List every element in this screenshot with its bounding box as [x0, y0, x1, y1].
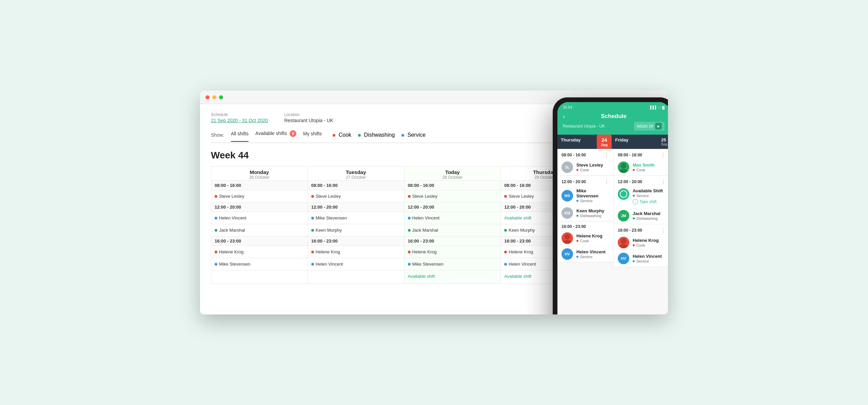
phone-scroll[interactable]: 08:00 - 16:00 ⋮ SL Steve Lesley [557, 149, 668, 314]
time-0800: 08:00 - 16:00 [211, 181, 308, 190]
take-shift-button[interactable]: ↓ Take shift [633, 199, 657, 205]
dot-icon [215, 263, 217, 266]
today-num: 24 [601, 137, 607, 143]
more-icon[interactable]: ⋮ [660, 152, 666, 158]
more-icon[interactable]: ⋮ [604, 178, 609, 185]
schedule-meta: Schedule 21 Sep 2020 - 31 Oct 2020 Locat… [211, 112, 333, 123]
back-button[interactable]: ‹ [563, 113, 565, 120]
dot-icon [408, 217, 411, 219]
table-row: Helene Krog [308, 246, 404, 258]
table-row: Available shift [404, 270, 501, 284]
time-header: 08:00 - 16:00 ⋮ [557, 149, 613, 159]
dot-icon [311, 195, 314, 198]
filter-available-shifts[interactable]: Available shifts 9 [255, 130, 296, 140]
dot-icon [504, 229, 507, 232]
role-dot [576, 200, 578, 202]
take-shift-icon: ↓ [633, 199, 638, 205]
time-header: 08:00 - 16:00 ⋮ [614, 149, 668, 159]
dot-icon [504, 263, 507, 266]
schedule-dates[interactable]: 21 Sep 2020 - 31 Oct 2020 [211, 118, 268, 123]
location-label: Location [284, 112, 333, 117]
time-block-thu-1200: 12:00 - 20:00 ⋮ MS Mike Stevensen [557, 176, 613, 221]
shift-card[interactable]: HV Helen Vincent Service [614, 251, 668, 266]
table-row: Mike Stevensen [404, 258, 501, 270]
dot-icon [215, 217, 217, 219]
shift-card[interactable]: Max Smith Cook [614, 159, 668, 175]
shift-card[interactable]: Helene Krog Cook [614, 235, 668, 250]
shift-info: Helen Vincent Service [576, 249, 606, 259]
table-row: Jack Marshal [211, 224, 308, 236]
col-monday: Monday 26 October [211, 167, 308, 181]
minimize-button[interactable] [212, 95, 216, 99]
signal-icon: ▌▌▌ [650, 105, 657, 109]
cook-dot [333, 134, 335, 137]
today-date-col: 24 Sep [597, 135, 612, 149]
phone-overlay: 10.54 ▌▌▌ □ ▓ ‹ Schedule [553, 97, 668, 314]
dot-icon [408, 195, 411, 198]
time-header: 12:00 - 20:00 ⋮ [614, 176, 668, 186]
dot-icon [311, 251, 314, 253]
dot-icon [215, 195, 217, 198]
more-icon[interactable]: ⋮ [660, 178, 666, 185]
time-block-fri-0800: 08:00 - 16:00 ⋮ Max Smith [614, 149, 668, 176]
shift-card[interactable]: KM Keen Murphy Dishwashing [557, 205, 613, 221]
status-time: 10.54 [563, 105, 572, 109]
shift-info: Jack Marshal Dishwashing [633, 211, 660, 220]
today-month: Sep [601, 143, 608, 147]
phone-subtitle-row: Restaurant Utopia - UK WEEK 39 ▶ [563, 122, 665, 131]
shift-card[interactable]: MS Mike Stevensen Service [557, 186, 613, 205]
time-block-thu-1600: 16:00 - 23:00 Helene Krog [557, 221, 613, 263]
role-cook[interactable]: Cook [333, 132, 351, 138]
friday-column: 08:00 - 16:00 ⋮ Max Smith [614, 149, 668, 267]
play-icon[interactable]: ▶ [655, 123, 662, 130]
filter-my-shifts[interactable]: My shifts [303, 131, 322, 139]
location-info: Location Restaurant Utopia - UK [284, 112, 333, 123]
table-row: Mike Stevensen [308, 212, 404, 224]
shift-info: Mike Stevensen Service [576, 188, 609, 203]
cook-label: Cook [339, 132, 351, 138]
table-row: Jack Marshal [404, 224, 501, 236]
role-dot [576, 169, 578, 171]
shift-info: Steve Lesley Cook [576, 162, 603, 172]
time-header: 16:00 - 23:00 [557, 221, 613, 230]
main-content: Schedule 21 Sep 2020 - 31 Oct 2020 Locat… [200, 104, 668, 314]
mac-window: Schedule 21 Sep 2020 - 31 Oct 2020 Locat… [200, 91, 668, 314]
shift-info: Max Smith Cook [633, 162, 655, 172]
shift-card[interactable]: HV Helen Vincent Service [557, 246, 613, 262]
table-row: Mike Stevensen [211, 258, 308, 270]
more-icon[interactable]: ⋮ [604, 152, 609, 158]
table-row: Helene Krog [211, 246, 308, 258]
svg-point-4 [621, 238, 626, 244]
more-icon[interactable]: ⋮ [660, 227, 666, 233]
table-row: Helen Vincent [211, 212, 308, 224]
avatar: MS [561, 190, 573, 201]
shift-info: Keen Murphy Dishwashing [576, 208, 604, 218]
dishwashing-dot [358, 134, 361, 137]
phone-device: 10.54 ▌▌▌ □ ▓ ‹ Schedule [553, 97, 668, 314]
role-service[interactable]: Service [401, 132, 426, 138]
role-dot [633, 169, 635, 171]
week-badge[interactable]: WEEK 39 ▶ [634, 122, 665, 131]
shift-card[interactable]: Helene Krog Cook [557, 230, 613, 246]
phone-location: Restaurant Utopia - UK [563, 124, 605, 129]
phone-header: ‹ Schedule Restaurant Utopia - UK WEEK 3… [557, 110, 668, 135]
shift-card[interactable]: SL Steve Lesley Cook [557, 159, 613, 175]
dot-icon [408, 263, 411, 266]
shift-card[interactable]: JM Jack Marshal Dishwashing [614, 208, 668, 224]
dot-icon [504, 195, 507, 198]
close-button[interactable] [205, 95, 210, 99]
table-row [211, 270, 308, 284]
available-info: Available Shift Service ↓ Take shift [633, 188, 663, 205]
maximize-button[interactable] [219, 95, 223, 99]
time-header: 12:00 - 20:00 ⋮ [557, 176, 613, 186]
wifi-icon: □ [659, 105, 661, 109]
available-shift-card[interactable]: Available Shift Service ↓ Take shift [614, 186, 668, 208]
table-row: Steve Lesley [308, 190, 404, 203]
role-dishwashing[interactable]: Dishwashing [358, 132, 395, 138]
dot-icon [215, 251, 217, 253]
available-icon [618, 188, 629, 200]
time-block-fri-1200: 12:00 - 20:00 ⋮ [614, 176, 668, 224]
filter-all-shifts[interactable]: All shifts [231, 131, 249, 139]
dishwashing-label: Dishwashing [364, 132, 395, 138]
table-row: Keen Murphy [308, 224, 404, 236]
